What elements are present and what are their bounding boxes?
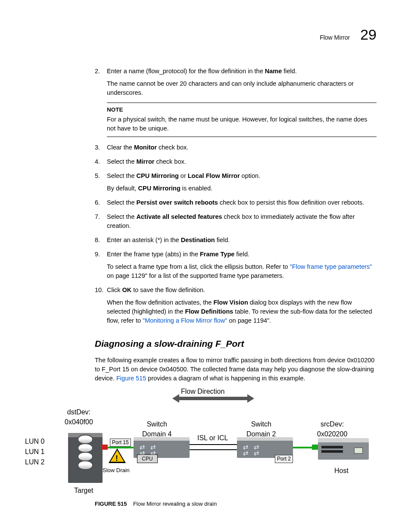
switch-d2-label: Switch Domain 2 (246, 419, 276, 439)
switch-d4-label: Switch Domain 4 (142, 419, 171, 439)
step-number: 4. (95, 157, 100, 166)
cpu-label: CPU (137, 454, 158, 463)
page-header: Flow Mirror 29 (52, 24, 377, 45)
step-number: 8. (95, 236, 100, 245)
figure-515-link[interactable]: Figure 515 (116, 375, 146, 382)
figure-diagram: Flow Direction dstDev: 0x040f00 LUN 0 LU… (52, 390, 411, 498)
step-text: Click OK to save the flow definition. (107, 286, 377, 295)
step-text: Enter a name (flow_protocol) for the flo… (107, 67, 377, 76)
step-text: Select the CPU Mirroring or Local Flow M… (107, 171, 377, 180)
step-3: 3. Clear the Monitor check box. (95, 143, 377, 152)
step-7: 7. Select the Activate all selected feat… (95, 212, 377, 230)
step-8: 8. Enter an asterisk (*) in the Destinat… (95, 236, 377, 245)
figure-caption-label: FIGURE 515 (95, 501, 127, 507)
lun-labels: LUN 0 LUN 1 LUN 2 (25, 436, 44, 467)
isl-label: ISL or ICL (197, 433, 228, 443)
note-box: NOTE For a physical switch, the name mus… (107, 103, 377, 137)
step-text: Enter an asterisk (*) in the Destination… (107, 236, 377, 245)
step-text: Select the Persist over switch reboots c… (107, 198, 377, 207)
green-port-icon (312, 445, 318, 450)
disk-icon (78, 443, 93, 453)
host-server-icon (318, 438, 369, 460)
step-number: 6. (95, 198, 100, 207)
step-number: 2. (95, 67, 100, 76)
step-2: 2. Enter a name (flow_protocol) for the … (95, 67, 377, 97)
link-line-icon (190, 444, 237, 445)
step-number: 9. (95, 250, 100, 259)
step-text: Enter the frame type (abts) in the Frame… (107, 250, 377, 259)
warning-icon: ! (109, 448, 126, 463)
slow-drain-label: Slow Drain (103, 467, 130, 475)
target-label: Target (74, 485, 93, 495)
disk-icon (78, 460, 93, 470)
link-line-icon (190, 449, 237, 450)
step-text: Clear the Monitor check box. (107, 143, 377, 152)
figure-caption: FIGURE 515 Flow Mirror revealing a slow … (95, 500, 377, 508)
step-6: 6. Select the Persist over switch reboot… (95, 198, 377, 207)
step-extra: The name cannot be over 20 characters an… (107, 79, 377, 97)
port2-label: Port 2 (275, 455, 293, 463)
header-section: Flow Mirror (320, 33, 350, 42)
step-5: 5. Select the CPU Mirroring or Local Flo… (95, 171, 377, 193)
note-text: For a physical switch, the name must be … (107, 115, 377, 133)
dstdev-label: dstDev: 0x040f00 (65, 407, 93, 427)
monitoring-flow-link[interactable]: "Monitoring a Flow Mirror flow" (143, 317, 227, 324)
frame-type-params-link[interactable]: "Flow frame type parameters" (290, 263, 372, 270)
step-list: 2. Enter a name (flow_protocol) for the … (95, 67, 377, 325)
step-extra: When the flow definition activates, the … (107, 298, 377, 325)
step-4: 4. Select the Mirror check box. (95, 157, 377, 166)
note-label: NOTE (107, 106, 377, 114)
step-text: Select the Mirror check box. (107, 157, 377, 166)
step-9: 9. Enter the frame type (abts) in the Fr… (95, 250, 377, 280)
step-extra: By default, CPU Mirroring is enabled. (107, 184, 377, 193)
step-number: 3. (95, 143, 100, 152)
step-number: 5. (95, 171, 100, 180)
content: 2. Enter a name (flow_protocol) for the … (52, 67, 377, 508)
link-line-icon (108, 447, 134, 448)
flow-direction-arrow-icon (172, 395, 254, 402)
step-number: 10. (95, 286, 103, 295)
step-10: 10. Click OK to save the flow definition… (95, 286, 377, 325)
step-text: Select the Activate all selected feature… (107, 212, 377, 230)
port15-label: Port 15 (110, 439, 131, 447)
page: Flow Mirror 29 2. Enter a name (flow_pro… (0, 0, 411, 532)
intro-paragraph: The following example creates a flow to … (95, 356, 377, 383)
disk-icon (78, 452, 93, 461)
disk-icon (78, 435, 93, 444)
red-port-icon (102, 445, 108, 450)
subheading: Diagnosing a slow-draining F_Port (95, 337, 377, 350)
host-label: Host (334, 466, 349, 476)
step-extra: To select a frame type from a list, clic… (107, 262, 377, 280)
figure-caption-text: Flow Mirror revealing a slow drain (133, 501, 217, 507)
chapter-number: 29 (360, 24, 377, 45)
srcdev-label: srcDev: 0x020200 (317, 419, 347, 439)
step-number: 7. (95, 212, 100, 221)
